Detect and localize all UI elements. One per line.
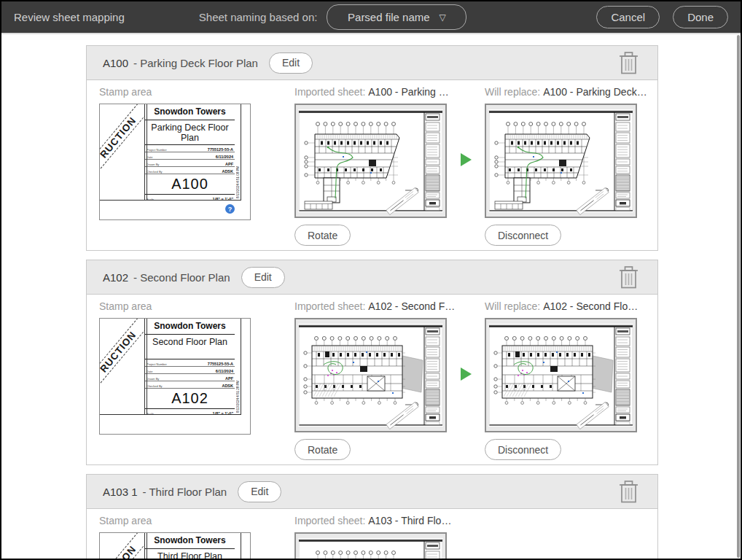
naming-label: Sheet naming based on:: [199, 11, 318, 23]
delete-sheet-button[interactable]: [619, 52, 638, 74]
header-actions: Cancel Done: [596, 6, 728, 28]
info-icon[interactable]: ?: [225, 204, 235, 214]
sheet-number: A102: [103, 271, 128, 284]
delete-sheet-button[interactable]: [619, 266, 638, 289]
naming-dropdown[interactable]: Parsed file name ▽: [327, 4, 466, 30]
stamp-bottom-rule: [100, 414, 241, 415]
will-replace-label: Will replace:: [485, 300, 540, 312]
done-button[interactable]: Done: [673, 6, 728, 28]
titleblock-row: Date6/11/2024: [145, 152, 235, 160]
imported-thumbnail: [294, 318, 447, 432]
titleblock: Snowdon Towers Parking Deck Floor Plan P…: [144, 104, 235, 200]
card-body: Stamp area RUCTION Snowdon Towers Parkin…: [87, 80, 657, 250]
edit-button[interactable]: Edit: [241, 267, 285, 288]
imported-sheet-label: Imported sheet:: [294, 515, 365, 526]
imported-column: Imported sheet:A100 - Parking … Rotate: [294, 86, 447, 246]
disconnect-button[interactable]: Disconnect: [485, 225, 561, 246]
stamp-thumbnail: RUCTION Snowdon Towers Third Floor Plan …: [99, 532, 251, 560]
sheet-number: A100: [103, 57, 128, 69]
construction-stamp-text: RUCTION: [99, 104, 148, 171]
titleblock-row: Drawn ByAPF: [145, 160, 235, 167]
card-title: A102- Second Floor Plan: [103, 271, 230, 284]
card-body: Stamp area RUCTION Snowdon Towers Second…: [87, 295, 657, 464]
imported-sheet-label: Imported sheet:: [294, 86, 365, 98]
stamp-column: Stamp area RUCTION Snowdon Towers Second…: [99, 300, 251, 460]
stamp-thumbnail: RUCTION Snowdon Towers Parking Deck Floo…: [99, 104, 251, 220]
sheet-name: - Second Floor Plan: [133, 271, 230, 284]
delete-sheet-button[interactable]: [619, 481, 638, 503]
imported-sheet-name: A100 - Parking …: [368, 86, 449, 98]
cancel-button[interactable]: Cancel: [596, 6, 660, 28]
sheet-number-big: A102: [145, 389, 235, 409]
sheet-number: A103 1: [103, 486, 138, 498]
scrollbar[interactable]: [737, 35, 740, 558]
review-sheet-mapping-dialog: Review sheet mapping Sheet naming based …: [0, 0, 742, 560]
will-replace-name: A100 - Parking Deck…: [543, 86, 647, 98]
sheet-number-big: A100: [145, 174, 235, 195]
naming-dropdown-value: Parsed file name: [348, 11, 430, 23]
sheet-list: A100- Parking Deck Floor Plan Edit: [1, 34, 741, 559]
forward-arrow-icon: [461, 368, 472, 381]
imported-sheet-label: Imported sheet:: [294, 300, 365, 312]
titleblock-project: Snowdon Towers: [145, 533, 235, 549]
will-replace-label: Will replace:: [485, 86, 540, 98]
trash-icon: [619, 52, 638, 74]
replace-column: Will replace:A100 - Parking Deck… Discon…: [485, 86, 637, 246]
trash-icon: [619, 481, 638, 503]
rotate-button[interactable]: Rotate: [294, 439, 351, 460]
trash-icon: [619, 266, 638, 289]
dialog-title: Review sheet mapping: [14, 11, 125, 23]
sheet-name: - Parking Deck Floor Plan: [133, 57, 258, 69]
titleblock-row: Project Number7755125-55-A: [145, 359, 235, 367]
titleblock: Snowdon Towers Second Floor Plan Project…: [144, 319, 235, 414]
construction-stamp-text: RUCTION: [99, 532, 148, 560]
stamp-bottom-rule: [100, 200, 241, 201]
replace-thumbnail: [485, 318, 637, 432]
stamp-column: Stamp area RUCTION Snowdon Towers Parkin…: [99, 86, 251, 246]
stamp-thumbnail: RUCTION Snowdon Towers Second Floor Plan…: [99, 318, 251, 435]
card-title: A100- Parking Deck Floor Plan: [103, 57, 258, 69]
stamp-timestamp: 8/13/2024 4:51:28 PM: [235, 319, 241, 414]
header-bar: Review sheet mapping Sheet naming based …: [1, 1, 741, 34]
titleblock-row: Drawn ByAPF: [145, 374, 235, 381]
titleblock-project: Snowdon Towers: [145, 104, 235, 120]
titleblock: Snowdon Towers Third Floor Plan Project …: [144, 533, 235, 560]
chevron-down-icon: ▽: [440, 13, 446, 22]
imported-thumbnail: [294, 532, 447, 560]
stamp-timestamp: [235, 533, 241, 560]
imported-column: Imported sheet:A102 - Second F… Rotate: [294, 300, 447, 460]
stamp-timestamp: 8/13/2024 4:51:08 PM: [235, 104, 241, 200]
card-header: A103 1- Third Floor Plan Edit: [87, 475, 657, 509]
stamp-area-label: Stamp area: [99, 515, 152, 529]
rotate-button[interactable]: Rotate: [294, 225, 351, 246]
imported-thumbnail: [294, 104, 447, 218]
card-body: Stamp area RUCTION Snowdon Towers Third …: [87, 509, 657, 560]
replace-column: Will replace:A102 - Second Flo… Disconne…: [485, 300, 637, 460]
sheet-card: A100- Parking Deck Floor Plan Edit: [86, 45, 658, 251]
construction-stamp-text: RUCTION: [99, 318, 148, 386]
sheet-card: A103 1- Third Floor Plan Edit St: [86, 474, 658, 560]
titleblock-row: Project Number7755125-55-A: [145, 145, 235, 152]
edit-button[interactable]: Edit: [238, 481, 281, 502]
replace-thumbnail: [485, 104, 637, 218]
imported-sheet-name: A102 - Second F…: [368, 300, 455, 312]
stamp-area-label: Stamp area: [99, 86, 152, 100]
titleblock-sheet-title: Parking Deck Floor Plan: [145, 120, 235, 145]
mapping-arrow: [447, 300, 485, 460]
titleblock-row: Checked ByADSK: [145, 381, 235, 389]
disconnect-button[interactable]: Disconnect: [485, 439, 561, 460]
titleblock-sheet-title: Second Floor Plan: [145, 335, 235, 359]
stamp-column: Stamp area RUCTION Snowdon Towers Third …: [99, 515, 251, 560]
edit-button[interactable]: Edit: [269, 52, 313, 74]
mapping-arrow: [447, 86, 485, 246]
card-header: A102- Second Floor Plan Edit: [87, 260, 657, 295]
sheet-naming-group: Sheet naming based on: Parsed file name …: [199, 4, 467, 30]
titleblock-row: Checked ByADSK: [145, 167, 235, 174]
titleblock-project: Snowdon Towers: [145, 319, 235, 335]
sheet-card: A102- Second Floor Plan Edit Sta: [86, 260, 658, 465]
titleblock-sheet-title: Third Floor Plan: [145, 549, 235, 560]
card-header: A100- Parking Deck Floor Plan Edit: [87, 46, 657, 80]
will-replace-name: A102 - Second Flo…: [543, 300, 638, 312]
imported-sheet-name: A103 - Third Flo…: [368, 515, 451, 526]
sheet-name: - Third Floor Plan: [143, 486, 227, 498]
